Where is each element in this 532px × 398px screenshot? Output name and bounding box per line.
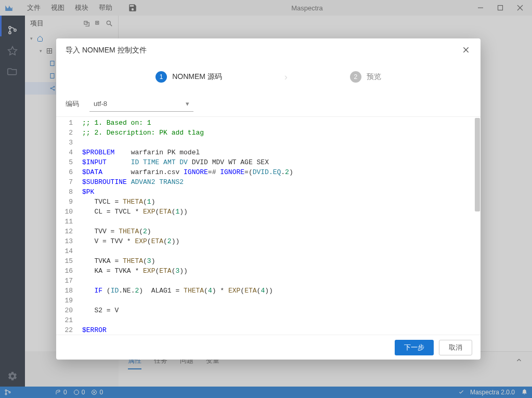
chevron-down-icon: ▾ <box>186 100 189 108</box>
step-1-number: 1 <box>155 71 167 83</box>
editor-content[interactable]: ;; 1. Based on: 1;; 2. Description: PK a… <box>77 117 481 335</box>
code-editor[interactable]: 1234567891011121314151617181920212223 ;;… <box>56 116 481 335</box>
dialog-footer: 下一步 取消 <box>56 335 481 360</box>
next-button[interactable]: 下一步 <box>395 340 434 355</box>
encoding-value: utf-8 <box>94 100 107 108</box>
step-2-number: 2 <box>350 71 361 83</box>
dialog-title: 导入 NONMEM 控制文件 <box>66 46 462 55</box>
encoding-select[interactable]: utf-8 ▾ <box>89 96 193 112</box>
stepper: 1 NONMEM 源码 › 2 预览 <box>56 62 481 91</box>
import-nonmem-dialog: 导入 NONMEM 控制文件 1 NONMEM 源码 › 2 预览 编码 utf… <box>56 38 481 360</box>
step-1-label: NONMEM 源码 <box>172 72 222 82</box>
cancel-button[interactable]: 取消 <box>439 340 472 355</box>
editor-gutter: 1234567891011121314151617181920212223 <box>56 117 77 335</box>
encoding-label: 编码 <box>66 99 79 109</box>
scrollbar-track[interactable] <box>474 117 481 335</box>
step-2-label: 预览 <box>367 72 381 82</box>
scrollbar-thumb[interactable] <box>475 118 480 211</box>
step-2[interactable]: 2 预览 <box>350 71 381 83</box>
close-icon[interactable] <box>462 46 471 55</box>
step-1[interactable]: 1 NONMEM 源码 <box>155 71 222 83</box>
chevron-right-icon: › <box>284 72 288 83</box>
